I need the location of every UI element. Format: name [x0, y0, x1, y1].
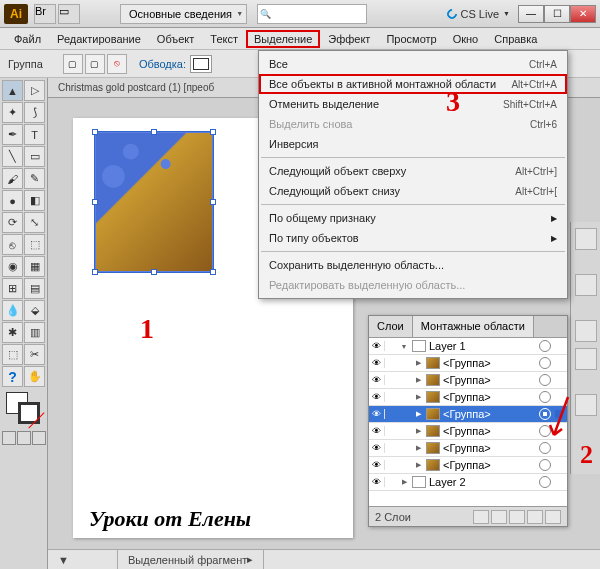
visibility-icon[interactable]: 👁: [369, 341, 385, 351]
menu-item[interactable]: По типу объектов▶: [259, 228, 567, 248]
disclosure-icon[interactable]: ▶: [399, 478, 409, 486]
tab-layers[interactable]: Слои: [369, 316, 413, 337]
target-icon[interactable]: [539, 476, 551, 488]
shape-builder-tool[interactable]: ◉: [2, 256, 23, 277]
visibility-icon[interactable]: 👁: [369, 426, 385, 436]
menu-item[interactable]: ВсеCtrl+A: [259, 54, 567, 74]
blend-tool[interactable]: ⬙: [24, 300, 45, 321]
slice-tool[interactable]: ✂: [24, 344, 45, 365]
layer-row[interactable]: 👁▼Layer 1: [369, 338, 567, 355]
stroke-weight[interactable]: [190, 55, 212, 73]
direct-selection-tool[interactable]: ▷: [24, 80, 45, 101]
perspective-tool[interactable]: ▦: [24, 256, 45, 277]
visibility-icon[interactable]: 👁: [369, 477, 385, 487]
arrange-button[interactable]: ▭: [58, 4, 80, 24]
dock-color-icon[interactable]: [575, 274, 597, 296]
dock-expand-icon[interactable]: [575, 228, 597, 250]
artboard-tool[interactable]: ⬚: [2, 344, 23, 365]
menu-view[interactable]: Просмотр: [378, 30, 444, 48]
target-icon[interactable]: [539, 357, 551, 369]
layer-row[interactable]: 👁▶<Группа>: [369, 457, 567, 474]
disclosure-icon[interactable]: ▶: [413, 376, 423, 384]
target-icon[interactable]: [539, 374, 551, 386]
mesh-tool[interactable]: ⊞: [2, 278, 23, 299]
pen-tool[interactable]: ✒: [2, 124, 23, 145]
cslive-button[interactable]: CS Live ▼: [447, 8, 510, 20]
layer-name[interactable]: <Группа>: [443, 442, 535, 454]
graph-tool[interactable]: ▥: [24, 322, 45, 343]
menu-item[interactable]: Отменить выделениеShift+Ctrl+A: [259, 94, 567, 114]
layer-name[interactable]: <Группа>: [443, 459, 535, 471]
menu-select[interactable]: Выделение: [246, 30, 320, 48]
symbol-sprayer-tool[interactable]: ✱: [2, 322, 23, 343]
disclosure-icon[interactable]: ▶: [413, 444, 423, 452]
hand-tool[interactable]: ✋: [24, 366, 45, 387]
layer-name[interactable]: <Группа>: [443, 425, 535, 437]
gradient-tool[interactable]: ▤: [24, 278, 45, 299]
no-fill-icon[interactable]: ⦸: [107, 54, 127, 74]
layer-row[interactable]: 👁▶<Группа>: [369, 355, 567, 372]
color-mode-gradient[interactable]: [17, 431, 31, 445]
layer-row[interactable]: 👁▶<Группа>: [369, 440, 567, 457]
layer-new-sublayer-icon[interactable]: [509, 510, 525, 524]
disclosure-icon[interactable]: ▶: [413, 427, 423, 435]
menu-item[interactable]: Инверсия: [259, 134, 567, 154]
selection-tool[interactable]: ▲: [2, 80, 23, 101]
lasso-tool[interactable]: ⟆: [24, 102, 45, 123]
menu-file[interactable]: Файл: [6, 30, 49, 48]
menu-edit[interactable]: Редактирование: [49, 30, 149, 48]
bridge-button[interactable]: Br: [34, 4, 56, 24]
layer-delete-icon[interactable]: [545, 510, 561, 524]
fill-stroke-control[interactable]: [2, 392, 45, 428]
layer-name[interactable]: Layer 2: [429, 476, 535, 488]
menu-type[interactable]: Текст: [202, 30, 246, 48]
magic-wand-tool[interactable]: ✦: [2, 102, 23, 123]
dock-swatches-icon[interactable]: [575, 320, 597, 342]
free-transform-tool[interactable]: ⬚: [24, 234, 45, 255]
visibility-icon[interactable]: 👁: [369, 409, 385, 419]
layer-name[interactable]: <Группа>: [443, 408, 535, 420]
disclosure-icon[interactable]: ▶: [413, 410, 423, 418]
visibility-icon[interactable]: 👁: [369, 443, 385, 453]
dock-stroke-icon[interactable]: [575, 348, 597, 370]
layer-name[interactable]: <Группа>: [443, 391, 535, 403]
layer-row[interactable]: 👁▶Layer 2: [369, 474, 567, 491]
menu-item[interactable]: Все объекты в активной монтажной области…: [259, 74, 567, 94]
layer-new-icon[interactable]: [527, 510, 543, 524]
selected-artwork[interactable]: [95, 132, 213, 272]
paintbrush-tool[interactable]: 🖌: [2, 168, 23, 189]
blob-brush-tool[interactable]: ●: [2, 190, 23, 211]
scale-tool[interactable]: ⤡: [24, 212, 45, 233]
layer-row[interactable]: 👁▶<Группа>: [369, 423, 567, 440]
rotate-tool[interactable]: ⟳: [2, 212, 23, 233]
width-tool[interactable]: ⎋: [2, 234, 23, 255]
eyedropper-tool[interactable]: 💧: [2, 300, 23, 321]
maximize-button[interactable]: ☐: [544, 5, 570, 23]
visibility-icon[interactable]: 👁: [369, 392, 385, 402]
pencil-tool[interactable]: ✎: [24, 168, 45, 189]
layer-row[interactable]: 👁▶<Группа>: [369, 372, 567, 389]
color-mode-normal[interactable]: [2, 431, 16, 445]
layer-row[interactable]: 👁▶<Группа>: [369, 406, 567, 423]
menu-effect[interactable]: Эффект: [320, 30, 378, 48]
visibility-icon[interactable]: 👁: [369, 375, 385, 385]
minimize-button[interactable]: —: [518, 5, 544, 23]
rectangle-tool[interactable]: ▭: [24, 146, 45, 167]
layers-list[interactable]: 👁▼Layer 1👁▶<Группа>👁▶<Группа>👁▶<Группа>👁…: [369, 338, 567, 506]
color-mode-none[interactable]: [32, 431, 46, 445]
zoom-level[interactable]: ▼: [48, 550, 118, 569]
stroke-swatch[interactable]: ▢: [85, 54, 105, 74]
menu-item[interactable]: Следующий объект снизуAlt+Ctrl+[: [259, 181, 567, 201]
stroke-color[interactable]: [18, 402, 40, 424]
menu-help[interactable]: Справка: [486, 30, 545, 48]
visibility-icon[interactable]: 👁: [369, 358, 385, 368]
disclosure-icon[interactable]: ▼: [399, 343, 409, 350]
layer-name[interactable]: Layer 1: [429, 340, 535, 352]
layer-clip-icon[interactable]: [491, 510, 507, 524]
search-input[interactable]: [257, 4, 367, 24]
fill-swatch[interactable]: ▢: [63, 54, 83, 74]
eraser-tool[interactable]: ◧: [24, 190, 45, 211]
menu-item[interactable]: Следующий объект сверхуAlt+Ctrl+]: [259, 161, 567, 181]
menu-object[interactable]: Объект: [149, 30, 202, 48]
layer-name[interactable]: <Группа>: [443, 357, 535, 369]
